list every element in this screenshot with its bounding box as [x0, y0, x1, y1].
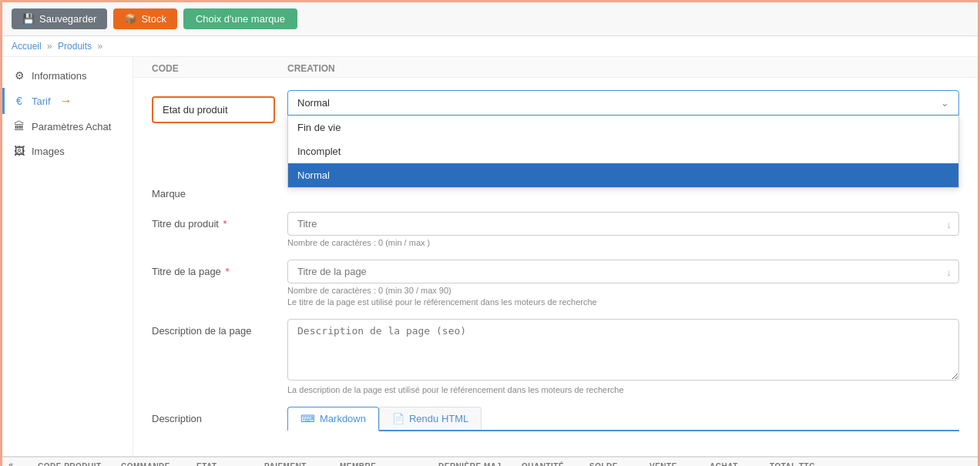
- titre-produit-row: Titre du produit * ↓ Nombre de caractère…: [152, 212, 959, 247]
- description-row: Description ⌨ Markdown 📄 Rendu HTML: [152, 407, 959, 431]
- th-solde: SOLDE: [589, 462, 643, 466]
- sidebar-item-tarif[interactable]: € Tarif →: [2, 88, 133, 114]
- breadcrumb-home[interactable]: Accueil: [12, 41, 42, 52]
- tab-rendu-html[interactable]: 📄 Rendu HTML: [379, 407, 482, 430]
- tab-markdown-label: Markdown: [320, 413, 366, 424]
- sidebar-label-images: Images: [32, 146, 65, 157]
- main-layout: ⚙ Informations € Tarif → 🏛 Paramètres Ac…: [2, 57, 978, 456]
- sidebar-label-informations: Informations: [32, 70, 87, 82]
- titre-page-row: Titre de la page * ↓ Nombre de caractère…: [152, 260, 959, 307]
- desc-page-textarea[interactable]: [287, 319, 959, 381]
- desc-page-row: Description de la page La description de…: [152, 319, 959, 394]
- th-total-ttc: TOTAL TTC: [770, 462, 831, 466]
- html-icon: 📄: [392, 413, 404, 424]
- titre-produit-input[interactable]: [287, 212, 959, 236]
- titre-page-helper: Le titre de la page est utilisé pour le …: [287, 297, 959, 307]
- breadcrumb-sep1: »: [47, 41, 52, 52]
- markdown-icon: ⌨: [300, 413, 315, 424]
- description-tabs: ⌨ Markdown 📄 Rendu HTML: [287, 407, 959, 431]
- section-code-header: Code: [152, 63, 275, 74]
- titre-page-char-count: Nombre de caractères : 0 (min 30 / max 9…: [287, 286, 959, 295]
- settings-icon: ⚙: [13, 69, 25, 82]
- section-headers: Code Creation: [133, 57, 978, 78]
- save-button[interactable]: 💾 Sauvegarder: [12, 8, 107, 29]
- content-area: Code Creation Etat du produit: [133, 57, 978, 456]
- params-icon: 🏛: [13, 120, 25, 132]
- chevron-down-icon: ⌄: [941, 97, 949, 109]
- dropdown-selected-display[interactable]: Normal ⌄: [287, 90, 959, 116]
- arrow-indicator: →: [60, 94, 72, 108]
- tab-markdown[interactable]: ⌨ Markdown: [287, 407, 379, 431]
- etat-dropdown-wrapper: Normal ⌄ Fin de vie Incomplet: [287, 90, 959, 116]
- marque-label: Marque: [152, 182, 275, 199]
- brand-button[interactable]: Choix d'une marque: [183, 8, 297, 29]
- etat-box: Etat du produit: [152, 96, 275, 123]
- titre-page-input-wrapper: ↓: [287, 260, 959, 283]
- th-membre: MEMBRE: [340, 462, 432, 466]
- th-code: CODE PRODUIT: [38, 462, 115, 466]
- titre-char-count: Nombre de caractères : 0 (min / max ): [287, 238, 959, 247]
- th-vente: VENTE: [649, 462, 703, 466]
- th-achat: ACHAT: [710, 462, 764, 466]
- titre-produit-label: Titre du produit *: [152, 212, 275, 230]
- images-icon: 🖼: [13, 145, 25, 157]
- option-normal[interactable]: Normal: [288, 163, 958, 187]
- sidebar-label-parametres: Paramètres Achat: [32, 121, 111, 132]
- sidebar: ⚙ Informations € Tarif → 🏛 Paramètres Ac…: [2, 57, 133, 456]
- toolbar: 💾 Sauvegarder 📦 Stock Choix d'une marque: [2, 2, 978, 36]
- etat-row: Etat du produit Normal ⌄: [152, 90, 959, 123]
- breadcrumb-products[interactable]: Produits: [58, 41, 92, 52]
- dropdown-display[interactable]: Normal ⌄: [287, 90, 959, 116]
- th-hash: #: [8, 462, 32, 466]
- option-incomplet[interactable]: Incomplet: [288, 139, 958, 163]
- bottom-table: # CODE PRODUIT COMMANDE ETAT PAIEMENT ME…: [2, 456, 978, 466]
- breadcrumb-sep2: »: [97, 41, 102, 52]
- dropdown-selected-value: Normal: [297, 97, 330, 109]
- th-etat: ETAT: [196, 462, 258, 466]
- etat-label: Etat du produit: [152, 90, 275, 123]
- titre-produit-field: ↓ Nombre de caractères : 0 (min / max ): [287, 212, 959, 247]
- desc-page-helper: La description de la page est utilisé po…: [287, 385, 959, 394]
- tab-rendu-html-label: Rendu HTML: [409, 413, 468, 424]
- sidebar-label-tarif: Tarif: [32, 96, 51, 107]
- required-star: *: [223, 218, 227, 230]
- titre-page-input[interactable]: [287, 260, 959, 283]
- description-label: Description: [152, 407, 275, 424]
- etat-field: Normal ⌄ Fin de vie Incomplet: [287, 90, 959, 116]
- sidebar-item-parametres[interactable]: 🏛 Paramètres Achat: [2, 114, 133, 139]
- option-fin-de-vie[interactable]: Fin de vie: [288, 116, 958, 139]
- stock-icon: 📦: [124, 13, 136, 25]
- titre-page-field: ↓ Nombre de caractères : 0 (min 30 / max…: [287, 260, 959, 307]
- th-quantite: QUANTITÉ: [522, 462, 583, 466]
- section-creation-header: Creation: [287, 63, 959, 74]
- description-field: ⌨ Markdown 📄 Rendu HTML: [287, 407, 959, 431]
- form-area: Etat du produit Normal ⌄: [133, 78, 978, 456]
- th-commande: COMMANDE: [121, 462, 190, 466]
- desc-page-label: Description de la page: [152, 319, 275, 337]
- th-paiement: PAIEMENT: [264, 462, 334, 466]
- th-derniere-maj: DERNIÈRE MAJ: [438, 462, 515, 466]
- desc-page-field: La description de la page est utilisé po…: [287, 319, 959, 394]
- euro-icon: €: [13, 95, 25, 107]
- breadcrumb: Accueil » Produits »: [2, 36, 978, 57]
- sidebar-item-images[interactable]: 🖼 Images: [2, 139, 133, 163]
- table-header: # CODE PRODUIT COMMANDE ETAT PAIEMENT ME…: [2, 458, 978, 466]
- save-icon: 💾: [22, 13, 35, 25]
- dropdown-options-panel: Fin de vie Incomplet Normal: [287, 116, 959, 188]
- titre-page-label: Titre de la page *: [152, 260, 275, 277]
- titre-input-wrapper: ↓: [287, 212, 959, 236]
- required-star-2: *: [225, 266, 229, 277]
- stock-button[interactable]: 📦 Stock: [113, 8, 177, 29]
- sidebar-item-informations[interactable]: ⚙ Informations: [2, 63, 133, 88]
